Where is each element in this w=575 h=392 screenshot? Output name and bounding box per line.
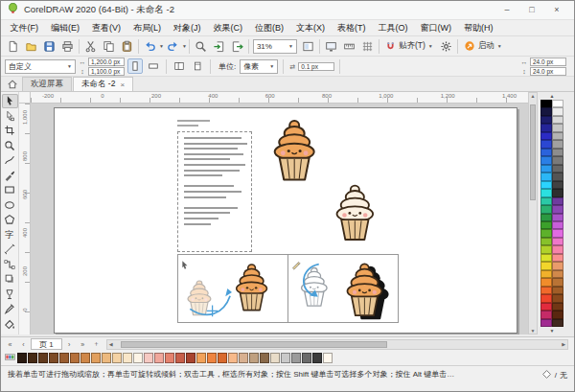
rulers-button[interactable]	[340, 37, 358, 56]
doc-color-swatch[interactable]	[302, 353, 311, 363]
units-select[interactable]: 像素▼	[240, 59, 278, 74]
color-swatch[interactable]	[540, 229, 552, 237]
new-document-button[interactable]	[4, 37, 22, 56]
cupcake-outline-artwork[interactable]	[296, 265, 334, 310]
color-swatch[interactable]	[552, 319, 564, 327]
color-swatch[interactable]	[552, 238, 564, 245]
export-button[interactable]	[228, 37, 246, 56]
doc-color-swatch[interactable]	[312, 353, 322, 363]
horizontal-scroll-thumb[interactable]	[121, 341, 388, 348]
doc-color-swatch[interactable]	[175, 353, 185, 363]
color-swatch[interactable]	[540, 189, 552, 196]
cupcake-orange-artwork[interactable]	[265, 116, 327, 185]
doc-color-swatch[interactable]	[323, 353, 333, 363]
duplicate-x-input[interactable]: 24.0 px	[530, 58, 566, 66]
chevron-down-icon[interactable]: ▼	[182, 43, 187, 49]
import-button[interactable]	[210, 37, 228, 56]
print-button[interactable]	[58, 37, 77, 56]
doc-color-swatch[interactable]	[260, 353, 269, 363]
zoom-level-select[interactable]: 31%▼	[253, 39, 297, 54]
color-swatch[interactable]	[540, 303, 552, 311]
vertical-scrollbar[interactable]: ▲ ▼	[528, 92, 538, 334]
color-swatch[interactable]	[540, 140, 552, 148]
previous-page-button[interactable]: ‹	[17, 338, 30, 350]
page-view-button[interactable]	[299, 37, 317, 56]
doc-color-swatch[interactable]	[123, 353, 132, 363]
tool-dimension[interactable]	[2, 242, 18, 257]
color-swatch[interactable]	[552, 173, 564, 180]
demo-box-move[interactable]	[177, 254, 288, 323]
instruction-text-panel[interactable]	[177, 131, 252, 252]
demo-box-shadow[interactable]	[288, 254, 399, 323]
color-swatch[interactable]	[552, 205, 564, 213]
first-page-button[interactable]: «	[4, 338, 16, 350]
color-swatch[interactable]	[540, 221, 552, 229]
close-button[interactable]: ×	[545, 3, 568, 17]
color-swatch[interactable]	[540, 294, 552, 302]
color-swatch[interactable]	[540, 262, 552, 269]
doc-color-swatch[interactable]	[228, 353, 238, 363]
doc-color-swatch[interactable]	[196, 353, 206, 363]
page-height-input[interactable]: 1,100.0 px	[88, 67, 125, 76]
color-swatch[interactable]	[552, 311, 564, 318]
tab-untitled-document[interactable]: 未命名 -2 ×	[73, 77, 133, 91]
color-swatch[interactable]	[552, 124, 564, 131]
horizontal-ruler[interactable]: -20002004006008001,0001,2001,400	[31, 92, 528, 104]
color-swatch[interactable]	[552, 294, 564, 302]
color-swatch[interactable]	[540, 270, 552, 278]
color-swatch[interactable]	[540, 205, 552, 213]
doc-color-swatch[interactable]	[144, 353, 153, 363]
palette-scroll-up-icon[interactable]: ▲	[550, 92, 555, 100]
document-page[interactable]	[54, 107, 518, 334]
color-swatch[interactable]	[552, 132, 564, 140]
scroll-left-icon[interactable]: ◀	[109, 341, 113, 347]
color-swatch[interactable]	[552, 254, 564, 262]
scroll-right-icon[interactable]: ▶	[562, 341, 565, 347]
doc-color-swatch[interactable]	[102, 353, 111, 363]
color-swatch[interactable]	[552, 156, 564, 164]
tool-interactive-fill[interactable]	[2, 317, 18, 332]
color-swatch[interactable]	[540, 319, 552, 327]
color-swatch[interactable]	[552, 278, 564, 286]
color-swatch[interactable]	[552, 197, 564, 205]
page-preset-select[interactable]: 自定义▼	[5, 59, 76, 74]
doc-color-swatch[interactable]	[38, 353, 48, 363]
doc-color-swatch[interactable]	[207, 353, 217, 363]
doc-color-swatch[interactable]	[186, 353, 196, 363]
tool-polygon[interactable]	[2, 213, 18, 227]
cut-button[interactable]	[81, 37, 100, 56]
color-swatch[interactable]	[540, 116, 552, 124]
tool-artistic-media[interactable]	[2, 169, 18, 183]
color-swatch[interactable]	[552, 229, 564, 237]
menu-item-2[interactable]: 编辑(E)	[45, 20, 86, 35]
color-swatch[interactable]	[540, 197, 552, 205]
add-page-button[interactable]: ＋	[90, 338, 103, 350]
menu-item-4[interactable]: 布局(L)	[127, 20, 168, 35]
color-swatch[interactable]	[540, 181, 552, 189]
color-swatch[interactable]	[552, 270, 564, 278]
menu-item-3[interactable]: 查看(V)	[86, 20, 127, 35]
tool-drop-shadow[interactable]	[2, 272, 18, 287]
horizontal-scrollbar[interactable]: ◀ ▶	[106, 339, 568, 350]
color-swatch[interactable]	[552, 245, 564, 253]
color-swatch[interactable]	[552, 287, 564, 294]
last-page-button[interactable]: »	[77, 338, 89, 350]
scroll-up-icon[interactable]: ▲	[531, 93, 536, 99]
color-swatch[interactable]	[540, 287, 552, 294]
cupcake-ghost-artwork[interactable]	[183, 278, 218, 318]
menu-item-5[interactable]: 对象(J)	[168, 20, 208, 35]
doc-color-swatch[interactable]	[49, 353, 58, 363]
color-swatch[interactable]	[552, 181, 564, 189]
paste-button[interactable]	[118, 37, 136, 56]
color-swatch[interactable]	[552, 100, 564, 107]
color-swatch[interactable]	[552, 116, 564, 124]
next-page-button[interactable]: ›	[63, 338, 76, 350]
cupcake-shadow-artwork[interactable]	[338, 260, 394, 320]
color-swatch[interactable]	[540, 173, 552, 180]
grid-button[interactable]	[358, 37, 377, 56]
tool-rectangle[interactable]	[2, 183, 18, 197]
palette-scroll-down-icon[interactable]: ▼	[550, 327, 555, 334]
doc-color-swatch[interactable]	[28, 353, 37, 363]
nudge-input[interactable]: 0.1 px	[298, 62, 334, 71]
color-swatch[interactable]	[540, 132, 552, 140]
